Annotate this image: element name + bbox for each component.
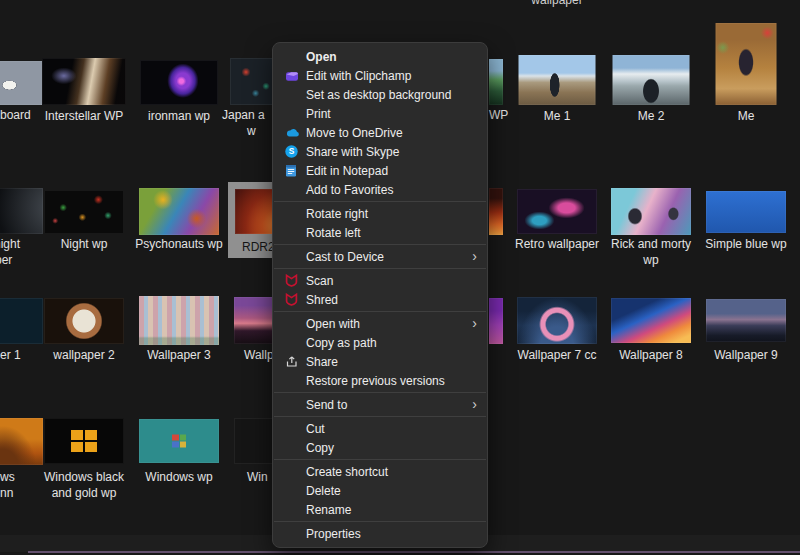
- menu-item-copy[interactable]: Copy: [273, 438, 487, 457]
- menu-item-label: Create shortcut: [306, 465, 388, 479]
- file-thumbnail: [139, 296, 219, 345]
- onedrive-icon: [285, 126, 306, 140]
- menu-separator: [274, 311, 486, 312]
- menu-item-label: Copy as path: [306, 336, 377, 350]
- file-label: RDR2: [242, 240, 275, 255]
- menu-item-send-to[interactable]: Send to›: [273, 395, 487, 414]
- menu-item-icon-slot: [285, 527, 306, 541]
- menu-item-label: Cast to Device: [306, 250, 384, 264]
- menu-separator: [274, 459, 486, 460]
- file-label: er 1: [0, 348, 21, 363]
- skype-icon: S: [285, 145, 306, 159]
- menu-item-edit-in-notepad[interactable]: Edit in Notepad: [273, 161, 487, 180]
- menu-item-open[interactable]: Open: [273, 47, 487, 66]
- menu-item-move-to-onedrive[interactable]: Move to OneDrive: [273, 123, 487, 142]
- file-thumbnail: [517, 297, 597, 344]
- menu-item-label: Cut: [306, 422, 325, 436]
- file-label-line2: nn: [0, 486, 13, 501]
- menu-item-label: Delete: [306, 484, 341, 498]
- menu-item-label: Restore previous versions: [306, 374, 445, 388]
- file-label: Windows black: [29, 470, 139, 485]
- menu-item-label: Move to OneDrive: [306, 126, 403, 140]
- menu-item-icon-slot: [285, 207, 306, 221]
- file-label-line2: per: [0, 253, 12, 268]
- menu-item-icon-slot: [285, 50, 306, 64]
- chevron-right-icon: ›: [472, 397, 477, 413]
- file-thumbnail: [489, 188, 503, 235]
- file-label: Simple blue wp: [691, 237, 800, 252]
- file-label-cut-top: wallpaper: [502, 0, 612, 7]
- menu-item-icon-slot: [285, 226, 306, 240]
- menu-item-icon-slot: [285, 250, 306, 264]
- file-thumbnail: [611, 188, 691, 235]
- file-label: ironman wp: [124, 109, 234, 124]
- menu-item-label: Share with Skype: [306, 145, 399, 159]
- context-menu-items: OpenEdit with ClipchampSet as desktop ba…: [273, 47, 487, 543]
- file-label: Me: [691, 109, 800, 124]
- explorer-window: wallpaper board Interstellar WP ironman …: [0, 0, 800, 555]
- chevron-right-icon: ›: [472, 316, 477, 332]
- menu-item-label: Properties: [306, 527, 361, 541]
- chevron-right-icon: ›: [472, 249, 477, 265]
- file-label: Wallpaper 3: [124, 348, 234, 363]
- menu-item-label: Rotate left: [306, 226, 361, 240]
- menu-item-icon-slot: [285, 317, 306, 331]
- file-thumbnail: [44, 190, 124, 234]
- file-thumbnail: [706, 299, 786, 342]
- menu-item-label: Add to Favorites: [306, 183, 393, 197]
- menu-item-label: Open with: [306, 317, 360, 331]
- menu-item-properties[interactable]: Properties: [273, 524, 487, 543]
- menu-item-scan[interactable]: Scan: [273, 271, 487, 290]
- menu-item-delete[interactable]: Delete: [273, 481, 487, 500]
- file-label: Wallpaper 9: [691, 348, 800, 363]
- mcafee-shred-icon: [285, 293, 306, 307]
- file-thumbnail: [519, 55, 596, 105]
- file-thumbnail: [611, 298, 691, 343]
- menu-item-label: Set as desktop background: [306, 88, 451, 102]
- menu-item-label: Open: [306, 50, 337, 64]
- menu-item-set-as-desktop-background[interactable]: Set as desktop background: [273, 85, 487, 104]
- file-label: Wallpaper 8: [596, 348, 706, 363]
- file-label: Interstellar WP: [29, 109, 139, 124]
- menu-item-share[interactable]: Share: [273, 352, 487, 371]
- file-label: night: [0, 237, 20, 252]
- menu-item-rename[interactable]: Rename: [273, 500, 487, 519]
- file-label: board: [0, 108, 31, 123]
- file-label: ws: [0, 470, 15, 485]
- file-thumbnail: [0, 188, 43, 234]
- menu-item-label: Print: [306, 107, 331, 121]
- menu-item-create-shortcut[interactable]: Create shortcut: [273, 462, 487, 481]
- menu-item-print[interactable]: Print: [273, 104, 487, 123]
- mcafee-scan-icon: [285, 274, 306, 288]
- file-thumbnail: [517, 189, 597, 234]
- menu-item-rotate-right[interactable]: Rotate right: [273, 204, 487, 223]
- file-label: Psychonauts wp: [124, 237, 234, 252]
- file-label: Night wp: [29, 237, 139, 252]
- menu-item-edit-with-clipchamp[interactable]: Edit with Clipchamp: [273, 66, 487, 85]
- menu-item-shred[interactable]: Shred: [273, 290, 487, 309]
- menu-item-icon-slot: [285, 183, 306, 197]
- menu-item-share-with-skype[interactable]: SShare with Skype: [273, 142, 487, 161]
- menu-item-label: Copy: [306, 441, 334, 455]
- file-thumbnail: [139, 188, 219, 235]
- share-icon: [285, 355, 306, 369]
- menu-item-cut[interactable]: Cut: [273, 419, 487, 438]
- menu-item-rotate-left[interactable]: Rotate left: [273, 223, 487, 242]
- menu-separator: [274, 392, 486, 393]
- menu-item-restore-previous-versions[interactable]: Restore previous versions: [273, 371, 487, 390]
- menu-item-cast-to-device[interactable]: Cast to Device›: [273, 247, 487, 266]
- file-thumbnail: [140, 60, 218, 105]
- menu-item-label: Share: [306, 355, 338, 369]
- menu-item-label: Scan: [306, 274, 333, 288]
- file-thumbnail: [716, 23, 777, 105]
- menu-item-copy-as-path[interactable]: Copy as path: [273, 333, 487, 352]
- menu-item-open-with[interactable]: Open with›: [273, 314, 487, 333]
- menu-item-label: Send to: [306, 398, 347, 412]
- context-menu: OpenEdit with ClipchampSet as desktop ba…: [272, 42, 488, 548]
- menu-item-icon-slot: [285, 484, 306, 498]
- menu-item-icon-slot: [285, 398, 306, 412]
- menu-item-add-to-favorites[interactable]: Add to Favorites: [273, 180, 487, 199]
- windows-logo-icon: [172, 435, 186, 448]
- menu-separator: [274, 244, 486, 245]
- file-thumbnail: [44, 418, 124, 464]
